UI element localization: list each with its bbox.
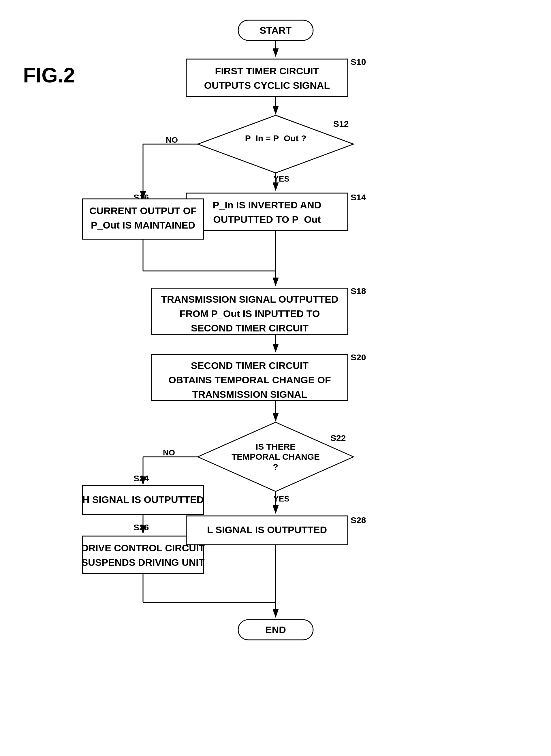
s28-label: S28 — [351, 515, 366, 525]
s28-text: L SIGNAL IS OUTPUTTED — [207, 524, 327, 535]
start-label: START — [259, 25, 292, 36]
flowchart-container: .node-text { font-family: Arial, sans-se… — [74, 12, 478, 721]
s18-text-line3: SECOND TIMER CIRCUIT — [191, 323, 309, 333]
s22-label: S22 — [331, 433, 346, 443]
svg-marker-5 — [198, 115, 354, 173]
s14-label: S14 — [351, 193, 366, 202]
s22-text-line1: IS THERE — [255, 442, 295, 451]
s12-text: P_In = P_Out ? — [245, 133, 306, 143]
svg-rect-10 — [82, 199, 203, 239]
flowchart-svg: .node-text { font-family: Arial, sans-se… — [74, 12, 478, 721]
s16-text-line1: CURRENT OUTPUT OF — [89, 205, 196, 216]
s14-text-line2: OUTPUTTED TO P_Out — [213, 214, 321, 225]
s20-text-line1: SECOND TIMER CIRCUIT — [191, 360, 309, 371]
s10-label: S10 — [351, 57, 366, 67]
no-label-s12: NO — [166, 135, 178, 144]
s24-text: H SIGNAL IS OUTPUTTED — [82, 494, 203, 505]
s16-text-line2: P_Out IS MAINTAINED — [90, 220, 195, 231]
s22-text-line2: TEMPORAL CHANGE — [231, 452, 320, 461]
s24-label: S24 — [133, 474, 149, 483]
s26-text-line2: SUSPENDS DRIVING UNIT — [81, 557, 204, 568]
s18-text-line1: TRANSMISSION SIGNAL OUTPUTTED — [161, 294, 338, 305]
s26-label: S26 — [133, 523, 149, 532]
s10-text-line1: FIRST TIMER CIRCUIT — [215, 65, 319, 76]
s10-text-line2: OUTPUTS CYCLIC SIGNAL — [204, 80, 330, 91]
fig-label: FIG.2 — [23, 63, 75, 87]
s18-text-line2: FROM P_Out IS INPUTTED TO — [179, 308, 320, 319]
s20-text-line2: OBTAINS TEMPORAL CHANGE OF — [168, 374, 331, 385]
s20-text-line3: TRANSMISSION SIGNAL — [192, 389, 307, 400]
s12-label: S12 — [333, 119, 349, 129]
no-label-s22: NO — [163, 448, 175, 457]
svg-rect-24 — [82, 536, 203, 574]
page: FIG.2 .node-text { font-family: Arial, s… — [0, 0, 551, 756]
svg-rect-7 — [186, 193, 348, 231]
s14-text-line1: P_In IS INVERTED AND — [212, 199, 321, 210]
s18-label: S18 — [351, 286, 366, 296]
s20-label: S20 — [351, 352, 366, 362]
svg-rect-3 — [186, 59, 348, 97]
end-label: END — [265, 624, 286, 635]
s22-text-line3: ? — [273, 462, 278, 472]
